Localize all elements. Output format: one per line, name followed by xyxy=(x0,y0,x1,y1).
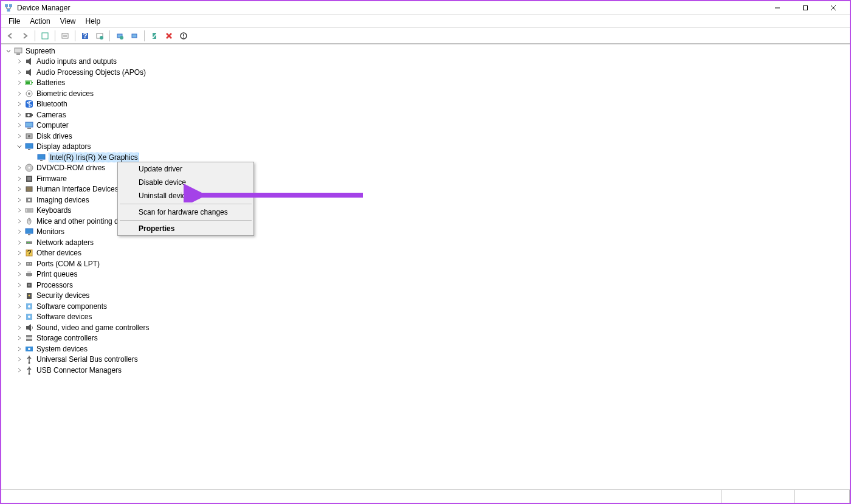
other-icon: ? xyxy=(24,248,34,258)
menu-help[interactable]: Help xyxy=(81,16,106,27)
chevron-right-icon[interactable] xyxy=(16,133,23,140)
tree-category[interactable]: Disk drives xyxy=(1,131,850,142)
show-hide-console-button[interactable] xyxy=(38,29,52,43)
chevron-right-icon[interactable] xyxy=(16,345,23,353)
category-label: Mice and other pointing d xyxy=(36,217,119,226)
close-button[interactable] xyxy=(819,1,847,15)
svg-rect-56 xyxy=(26,229,33,233)
chevron-right-icon[interactable] xyxy=(16,100,23,108)
svg-rect-42 xyxy=(38,154,45,159)
forward-button[interactable] xyxy=(18,29,32,43)
chevron-right-icon[interactable] xyxy=(16,367,23,374)
action-button[interactable] xyxy=(93,29,106,43)
tree-category[interactable]: Security devices xyxy=(1,291,850,302)
minimize-button[interactable] xyxy=(763,1,791,15)
svg-rect-57 xyxy=(28,234,30,235)
chevron-right-icon[interactable] xyxy=(16,218,23,225)
svg-point-39 xyxy=(28,135,30,137)
category-label: Bluetooth xyxy=(36,100,67,108)
chevron-right-icon[interactable] xyxy=(16,324,23,331)
menu-view[interactable]: View xyxy=(55,16,81,27)
menu-action[interactable]: Action xyxy=(25,16,55,27)
chevron-right-icon[interactable] xyxy=(16,260,23,268)
context-menu-item[interactable]: Properties xyxy=(118,222,253,235)
properties-button[interactable] xyxy=(58,29,72,43)
scan-hardware-button[interactable] xyxy=(128,29,141,43)
chevron-right-icon[interactable] xyxy=(16,271,23,278)
svg-rect-78 xyxy=(26,335,32,337)
tree-category[interactable]: Batteries xyxy=(1,78,850,89)
context-menu-separator xyxy=(120,220,252,221)
device-tree[interactable]: Supreeth Audio inputs and outputsAudio P… xyxy=(1,44,850,489)
svg-rect-47 xyxy=(27,177,31,181)
tree-category[interactable]: Storage controllers xyxy=(1,333,850,344)
chevron-right-icon[interactable] xyxy=(16,164,23,171)
svg-rect-70 xyxy=(28,284,30,286)
tree-category[interactable]: Print queues xyxy=(1,269,850,280)
chevron-right-icon[interactable] xyxy=(16,185,23,193)
tree-category[interactable]: System devices xyxy=(1,343,850,354)
tree-category[interactable]: Bluetooth xyxy=(1,99,850,110)
tree-category[interactable]: Computer xyxy=(1,120,850,131)
chevron-right-icon[interactable] xyxy=(16,79,23,86)
context-menu-item[interactable]: Update driver xyxy=(118,162,253,176)
tree-category[interactable]: Software devices xyxy=(1,312,850,323)
tree-category[interactable]: Processors xyxy=(1,280,850,291)
back-button[interactable] xyxy=(4,29,17,43)
tree-category[interactable]: ?Other devices xyxy=(1,248,850,259)
tree-category[interactable]: Audio inputs and outputs xyxy=(1,57,850,67)
chevron-right-icon[interactable] xyxy=(16,175,23,182)
app-icon xyxy=(4,3,13,13)
chevron-right-icon[interactable] xyxy=(16,58,23,65)
chevron-right-icon[interactable] xyxy=(16,90,23,97)
tree-root[interactable]: Supreeth xyxy=(1,46,850,57)
help-button[interactable]: ? xyxy=(78,29,92,43)
chevron-down-icon[interactable] xyxy=(5,47,12,55)
chevron-right-icon[interactable] xyxy=(16,207,23,214)
svg-rect-36 xyxy=(26,122,33,127)
chevron-right-icon[interactable] xyxy=(16,69,23,76)
chevron-right-icon[interactable] xyxy=(16,111,23,119)
port-icon xyxy=(24,259,34,269)
enable-button[interactable] xyxy=(148,29,161,43)
category-label: Other devices xyxy=(36,249,81,257)
tree-device[interactable]: Intel(R) Iris(R) Xe Graphics xyxy=(1,152,850,163)
maximize-button[interactable] xyxy=(791,1,819,15)
tree-category[interactable]: Audio Processing Objects (APOs) xyxy=(1,67,850,78)
chevron-right-icon[interactable] xyxy=(16,313,23,320)
chevron-right-icon[interactable] xyxy=(16,303,23,310)
svg-point-14 xyxy=(100,36,103,40)
chevron-down-icon[interactable] xyxy=(16,143,23,150)
context-menu-item[interactable]: Uninstall device xyxy=(118,189,253,202)
tree-category[interactable]: Universal Serial Bus controllers xyxy=(1,354,850,365)
context-menu-item[interactable]: Disable device xyxy=(118,176,253,189)
svg-rect-43 xyxy=(40,160,43,161)
tree-category[interactable]: USB Connector Managers xyxy=(1,365,850,376)
chevron-right-icon[interactable] xyxy=(16,292,23,299)
tree-category[interactable]: Biometric devices xyxy=(1,88,850,99)
tree-category[interactable]: Cameras xyxy=(1,109,850,120)
update-driver-button[interactable] xyxy=(113,29,126,43)
chevron-right-icon[interactable] xyxy=(16,281,23,289)
category-label: Software devices xyxy=(36,312,92,321)
tree-category[interactable]: Ports (COM & LPT) xyxy=(1,258,850,269)
chevron-right-icon[interactable] xyxy=(16,249,23,257)
chevron-right-icon[interactable] xyxy=(16,334,23,342)
chevron-right-icon[interactable] xyxy=(16,196,23,204)
tree-category[interactable]: Software components xyxy=(1,301,850,312)
svg-point-31 xyxy=(28,92,30,95)
chevron-right-icon[interactable] xyxy=(16,122,23,129)
tree-category[interactable]: Display adaptors xyxy=(1,142,850,153)
disable-button[interactable] xyxy=(177,29,190,43)
chevron-right-icon[interactable] xyxy=(16,239,23,246)
chevron-right-icon[interactable] xyxy=(16,228,23,235)
context-menu-item[interactable]: Scan for hardware changes xyxy=(118,205,253,219)
tree-category[interactable]: Network adapters xyxy=(1,237,850,248)
svg-rect-23 xyxy=(15,48,22,53)
sound-icon xyxy=(24,323,34,333)
menu-file[interactable]: File xyxy=(4,16,25,27)
tree-category[interactable]: Sound, video and game controllers xyxy=(1,322,850,333)
chevron-right-icon[interactable] xyxy=(16,356,23,363)
window-title: Device Manager xyxy=(17,4,763,12)
uninstall-button[interactable] xyxy=(162,29,176,43)
